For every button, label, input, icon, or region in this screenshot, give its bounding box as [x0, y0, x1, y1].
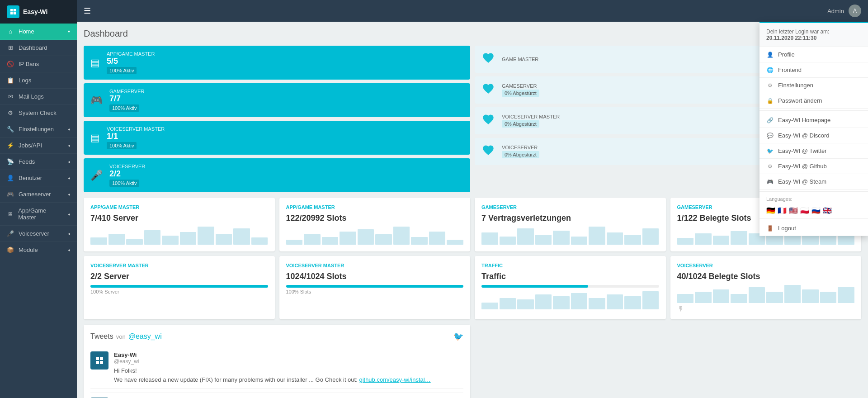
summary-app-game-slots: APP/GAME MASTER 122/20992 Slots [279, 198, 471, 251]
sidebar-item-app-game-master[interactable]: 🖥 App/Game Master ◂ [0, 203, 77, 226]
chart-bar [216, 234, 232, 245]
dropdown-passwort[interactable]: 🔒 Passwort ändern [760, 93, 868, 109]
dashboard-icon: ⊞ [7, 44, 14, 51]
stat-card-gameserver[interactable]: 🎮 GAMESERVER 7/7 100% Aktiv [84, 83, 470, 117]
chart-bar [517, 228, 534, 245]
chevron-gameserver: ◂ [68, 192, 70, 197]
profile-label: Profile [778, 51, 795, 58]
flag-pl[interactable]: 🇵🇱 [800, 206, 809, 212]
summary-agm-servers-chart [90, 227, 268, 245]
flag-fr[interactable]: 🇫🇷 [778, 206, 787, 212]
summary-vsm-slots-value: 1024/1024 Slots [286, 272, 464, 281]
voiceserver-card-title: VOICESERVER [109, 164, 463, 169]
sidebar-item-ip-bans[interactable]: 🚫 IP Bans [0, 56, 77, 72]
logout-icon: 🚪 [766, 225, 774, 232]
summary-row-1: APP/GAME MASTER 7/410 Server APP/GAME MA… [84, 198, 861, 251]
traffic-progress-fill [481, 285, 588, 288]
chart-bar [411, 237, 428, 245]
sidebar-item-home[interactable]: ⌂ Home ▾ [0, 24, 77, 40]
sidebar-item-system-check[interactable]: ⚙ System Check [0, 105, 77, 121]
last-login-label: Dein letzter Login war am: [766, 28, 829, 35]
sidebar-item-dashboard[interactable]: ⊞ Dashboard [0, 40, 77, 56]
languages-label: Languages: [760, 194, 868, 204]
sidebar-item-module[interactable]: 📦 Module ◂ [0, 242, 77, 258]
hamburger-button[interactable]: ☰ [84, 6, 91, 16]
tweets-handle: @easy_wi [128, 332, 162, 341]
chart-bar [642, 291, 659, 309]
dropdown-logout[interactable]: 🚪 Logout [760, 221, 868, 236]
stat-card-voiceserver[interactable]: 🎤 VOICESERVER 2/2 100% Aktiv [84, 158, 470, 192]
einstellungen-icon: 🔧 [7, 126, 14, 133]
ip-bans-icon: 🚫 [7, 61, 14, 67]
tweet-item: Easy-Wi @easy_wi Hi Folks! We have relea… [90, 347, 463, 389]
flag-de[interactable]: 🇩🇪 [766, 206, 775, 212]
tweet-link[interactable]: github.com/easy-wi/instal… [359, 376, 430, 383]
sidebar: Easy-Wi ⌂ Home ▾ ⊞ Dashboard 🚫 IP Bans 📋… [0, 0, 77, 398]
sidebar-item-mail-logs[interactable]: ✉ Mail Logs [0, 89, 77, 105]
dropdown-divider-2 [760, 191, 868, 192]
admin-label: Admin [827, 8, 844, 14]
app-game-master-card-info: APP/GAME MASTER 5/5 100% Aktiv [107, 51, 463, 74]
chart-bar [784, 236, 801, 245]
homepage-label: Easy-WI Homepage [778, 117, 830, 123]
sidebar-label-dashboard: Dashboard [19, 44, 47, 51]
dropdown-frontend[interactable]: 🌐 Frontend [760, 62, 868, 78]
chart-bar [304, 234, 321, 245]
chart-bar [144, 230, 161, 245]
frontend-icon: 🌐 [766, 67, 774, 73]
einstellungen-dd-label: Einstellungen [778, 82, 813, 89]
sidebar-label-mail-logs: Mail Logs [19, 93, 44, 100]
flag-gb[interactable]: 🇬🇧 [823, 206, 832, 212]
chart-bar [393, 227, 410, 245]
gameserver-card-title: GAMESERVER [109, 89, 463, 94]
bottom-row: Tweets von @easy_wi 🐦 Easy-Wi @easy_wi [84, 325, 861, 398]
sidebar-item-feeds[interactable]: 📡 Feeds ◂ [0, 154, 77, 170]
dropdown-github[interactable]: ⚙ Easy-WI @ Github [760, 159, 868, 174]
dropdown-profile[interactable]: 👤 Profile [760, 47, 868, 62]
tweet-user-name: Easy-Wi [114, 351, 431, 358]
dropdown-twitter[interactable]: 🐦 Easy-WI @ Twitter [760, 143, 868, 159]
stat-card-app-game-master[interactable]: ▤ APP/GAME MASTER 5/5 100% Aktiv [84, 46, 470, 80]
topbar-right[interactable]: Admin A [827, 5, 861, 17]
dropdown-einstellungen[interactable]: ⚙ Einstellungen [760, 78, 868, 93]
dropdown-divider-1 [760, 110, 868, 111]
chart-bar [126, 239, 143, 245]
dropdown-steam[interactable]: 🎮 Easy-WI @ Steam [760, 174, 868, 190]
stat-card-vs-master[interactable]: ▤ VOICESERVER MASTER 1/1 100% Aktiv [84, 121, 470, 155]
summary-vsm-slots: VOICESERVER MASTER 1024/1024 Slots 100% … [279, 256, 471, 319]
app-logo-icon [7, 5, 19, 18]
chart-bar [624, 296, 641, 309]
jobs-api-icon: ⚡ [7, 142, 14, 149]
tweets-title: Tweets [90, 332, 113, 341]
tweet-avatar [90, 351, 108, 370]
sidebar-label-module: Module [19, 246, 38, 253]
summary-vs-slots: VOICESERVER 40/1024 Belegte Slots [670, 256, 862, 319]
sidebar-label-jobs-api: Jobs/API [19, 142, 42, 149]
sidebar-item-einstellungen[interactable]: 🔧 Einstellungen ◂ [0, 121, 77, 137]
chart-bar [677, 238, 694, 245]
chart-bar [553, 296, 570, 309]
sidebar-item-gameserver[interactable]: 🎮 Gameserver ◂ [0, 186, 77, 203]
sidebar-item-jobs-api[interactable]: ⚡ Jobs/API ◂ [0, 137, 77, 154]
chart-bar [375, 234, 392, 245]
app-name: Easy-Wi [23, 8, 47, 15]
dropdown-homepage[interactable]: 🔗 Easy-WI Homepage [760, 113, 868, 128]
flag-ru[interactable]: 🇷🇺 [811, 206, 821, 212]
chart-bar [571, 293, 588, 309]
frontend-label: Frontend [778, 66, 802, 73]
gameserver-card-icon: 🎮 [90, 95, 103, 106]
chart-bar [90, 237, 107, 245]
sidebar-item-voiceserver[interactable]: 🎤 Voiceserver ◂ [0, 226, 77, 242]
chart-bar [162, 236, 179, 245]
vsm-servers-progress-fill [90, 285, 268, 288]
summary-vs-slots-title: VOICESERVER [677, 263, 855, 268]
sidebar-item-logs[interactable]: 📋 Logs [0, 72, 77, 89]
passwort-label: Passwort ändern [778, 97, 822, 104]
flag-us[interactable]: 🇺🇸 [789, 206, 798, 212]
sidebar-item-benutzer[interactable]: 👤 Benutzer ◂ [0, 170, 77, 186]
chart-bar [677, 294, 694, 303]
summary-gs-chart [481, 227, 659, 245]
summary-traffic-chart [481, 291, 659, 309]
vs-master-card-icon: ▤ [90, 132, 100, 144]
dropdown-discord[interactable]: 💬 Easy-WI @ Discord [760, 128, 868, 143]
